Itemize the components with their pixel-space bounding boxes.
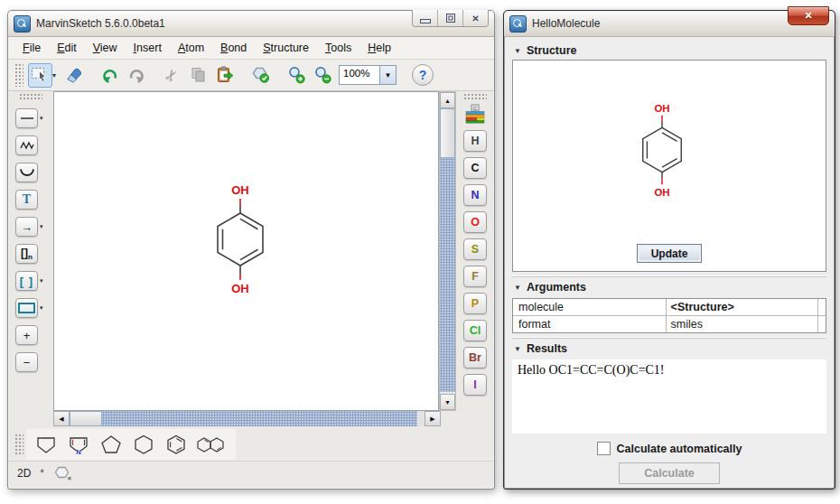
window-controls: ✕ [412,10,489,27]
close-icon: ✕ [471,14,479,23]
close-button[interactable]: ✕ [463,10,488,26]
title-bar[interactable]: MarvinSketch 5.6.0.0beta1 ✕ [8,11,494,37]
modified-indicator: * [40,467,44,480]
tools-grip[interactable] [19,93,42,101]
template-grip[interactable] [14,434,23,455]
template-naphthalene-button[interactable] [194,431,230,458]
menu-tools[interactable]: Tools [318,39,359,57]
structure-viewer[interactable]: OH OH Update [512,60,826,272]
table-row[interactable]: molecule <Structure> [513,299,826,316]
table-row[interactable]: format smiles [513,316,826,332]
text-tool-button[interactable]: T [15,190,38,210]
arrow-tool-dropdown[interactable]: ▾ [40,223,46,230]
arguments-section-header[interactable]: ▼ Arguments [512,276,826,296]
svg-text:C: C [473,106,478,111]
bond-tool-dropdown[interactable]: ▾ [40,115,46,122]
calculate-button[interactable]: Calculate [619,462,720,484]
increase-charge-button[interactable]: + [15,325,38,345]
template-cyclohexane-button[interactable] [129,431,158,458]
element-button-n[interactable]: N [463,184,487,206]
menu-file[interactable]: File [15,39,48,57]
zoom-level-combo[interactable]: 100% ▼ [339,65,397,85]
bracket-tool-dropdown[interactable]: ▾ [40,277,46,285]
element-button-br[interactable]: Br [463,347,487,369]
dialog-close-button[interactable]: ✕ [788,6,829,25]
scroll-up-button[interactable]: ▲ [440,92,455,108]
element-button-s[interactable]: S [463,238,487,260]
template-cyclopentadiene-button[interactable] [32,431,61,458]
scroll-left-button[interactable]: ◀ [53,411,70,426]
vertical-scroll-track[interactable] [440,158,455,392]
calculate-automatically-checkbox[interactable] [597,442,611,455]
undo-button[interactable] [98,63,122,88]
dialog-title: HelloMolecule [532,17,782,30]
drawing-canvas[interactable]: OH OH [53,91,439,411]
zoom-out-button[interactable] [311,63,335,88]
arrow-tool-button[interactable]: → [15,217,38,237]
element-button-o[interactable]: O [463,211,487,233]
element-button-h[interactable]: H [463,130,487,152]
chain-icon [19,140,35,151]
periodic-table-button[interactable]: C [463,103,487,125]
menu-bond[interactable]: Bond [213,39,254,57]
update-button[interactable]: Update [637,244,702,263]
menu-structure[interactable]: Structure [256,39,316,57]
scroll-right-button[interactable]: ▶ [425,411,441,426]
structure-check-status-icon[interactable]: × [53,465,71,481]
menu-atom[interactable]: Atom [171,39,211,57]
decrease-charge-button[interactable]: − [15,352,38,372]
bond-tool-button[interactable] [15,108,38,128]
arc-icon [19,167,35,178]
auto-calculate-row: Calculate automatically [512,442,826,455]
vertical-scrollbar[interactable]: ▲ ▼ [439,91,456,411]
element-button-p[interactable]: P [463,293,487,314]
toolbar-grip[interactable] [14,63,23,87]
help-button[interactable]: ? [412,64,434,86]
minimize-button[interactable] [413,10,438,26]
restore-button[interactable] [438,10,463,26]
vertical-scroll-thumb[interactable] [440,108,455,158]
rectangle-tool-dropdown[interactable]: ▾ [40,304,46,312]
element-button-f[interactable]: F [463,266,487,287]
collapse-triangle-icon: ▼ [514,345,521,353]
select-tool-button[interactable] [28,63,52,88]
repeat-group-tool-button[interactable]: []n [15,244,38,264]
structure-section-header[interactable]: ▼ Structure [512,41,826,60]
rectangle-icon [18,303,35,313]
zoom-in-button[interactable] [285,63,309,88]
hexagon-icon [132,434,155,455]
dialog-title-bar[interactable]: HelloMolecule ✕ [504,11,835,37]
menu-help[interactable]: Help [360,39,398,57]
bracket-tool-button[interactable]: [ ] [15,271,38,291]
template-cyclopentane-button[interactable] [97,431,126,458]
zoom-combo-dropdown[interactable]: ▼ [379,66,396,84]
redo-button[interactable] [124,63,148,88]
horizontal-scrollbar[interactable]: ◀ ▶ [53,411,441,426]
template-benzene-button[interactable] [162,431,191,458]
status-bar: 2D * × [8,461,494,484]
collapse-triangle-icon: ▼ [514,284,521,292]
elements-grip[interactable] [463,93,487,100]
element-button-c[interactable]: C [463,157,487,179]
menu-view[interactable]: View [86,39,125,57]
results-section-header[interactable]: ▼ Results [512,338,826,358]
svg-text:×: × [68,474,72,481]
eraser-tool-button[interactable] [61,63,86,88]
scroll-down-button[interactable]: ▼ [440,394,455,410]
menu-insert[interactable]: Insert [126,39,169,57]
chain-tool-button[interactable] [15,135,38,155]
arc-tool-button[interactable] [15,163,38,182]
copy-button[interactable] [186,63,210,88]
menu-edit[interactable]: Edit [50,39,84,57]
select-tool-dropdown[interactable]: ▾ [52,71,60,79]
template-pyrrole-button[interactable]: N [64,431,93,458]
paste-button[interactable] [212,63,237,88]
rectangle-tool-button[interactable] [15,298,38,318]
cut-button[interactable]: ✂ [160,63,184,88]
horizontal-scroll-track[interactable] [102,411,417,426]
check-structure-button[interactable] [248,63,273,88]
element-button-i[interactable]: I [463,374,487,396]
element-tool-column: C H C N O S F P Cl Br I [456,91,494,411]
element-button-cl[interactable]: Cl [463,320,487,341]
horizontal-scroll-thumb[interactable] [70,411,102,426]
